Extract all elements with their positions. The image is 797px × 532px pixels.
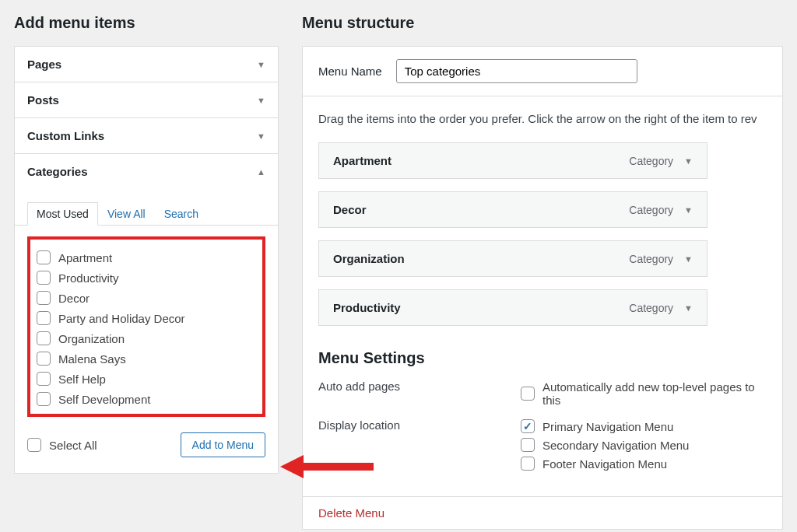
menu-item-decor[interactable]: Decor Category ▼ bbox=[318, 191, 707, 228]
menu-instructions: Drag the items into the order you prefer… bbox=[318, 112, 767, 125]
panel-categories-body: Most Used View All Search Apartment Prod… bbox=[15, 189, 278, 473]
panel-custom-links[interactable]: Custom Links ▼ bbox=[15, 118, 278, 153]
select-all-label: Select All bbox=[49, 439, 97, 452]
display-location-label: Display location bbox=[318, 417, 521, 432]
add-to-menu-button[interactable]: Add to Menu bbox=[181, 432, 265, 457]
menu-item-productivity[interactable]: Productivity Category ▼ bbox=[318, 289, 707, 326]
add-items-accordion: Pages ▼ Posts ▼ Custom Links ▼ Categorie… bbox=[14, 46, 279, 474]
menu-item-type: Category bbox=[629, 155, 673, 167]
menu-item-label: Organization bbox=[333, 252, 405, 265]
chevron-down-icon[interactable]: ▼ bbox=[684, 205, 693, 215]
tab-search[interactable]: Search bbox=[155, 202, 208, 226]
tab-most-used[interactable]: Most Used bbox=[27, 202, 98, 226]
panel-pages[interactable]: Pages ▼ bbox=[15, 47, 278, 82]
checkbox-apartment[interactable] bbox=[37, 250, 51, 264]
checkbox-secondary-nav[interactable] bbox=[521, 438, 535, 452]
panel-posts[interactable]: Posts ▼ bbox=[15, 82, 278, 117]
menu-item-label: Apartment bbox=[333, 154, 391, 167]
cat-label: Apartment bbox=[58, 251, 112, 264]
menu-settings-heading: Menu Settings bbox=[318, 349, 767, 367]
menu-item-type: Category bbox=[629, 302, 673, 314]
display-option-label: Primary Navigation Menu bbox=[542, 420, 673, 433]
checkbox-malena-says[interactable] bbox=[37, 352, 51, 366]
checkbox-party-holiday[interactable] bbox=[37, 311, 51, 325]
chevron-down-icon: ▼ bbox=[257, 131, 265, 141]
checkbox-select-all[interactable] bbox=[27, 438, 41, 452]
panel-categories-title: Categories bbox=[27, 165, 88, 178]
cat-label: Party and Holiday Decor bbox=[58, 312, 185, 325]
panel-pages-title: Pages bbox=[27, 58, 61, 71]
cat-label: Decor bbox=[58, 292, 90, 305]
chevron-down-icon[interactable]: ▼ bbox=[684, 156, 693, 166]
display-option-label: Footer Navigation Menu bbox=[542, 457, 667, 471]
menu-item-apartment[interactable]: Apartment Category ▼ bbox=[318, 142, 707, 179]
menu-item-type: Category bbox=[629, 204, 673, 216]
cat-label: Productivity bbox=[58, 271, 119, 285]
cat-label: Organization bbox=[58, 332, 125, 345]
menu-item-label: Decor bbox=[333, 203, 367, 216]
menu-name-label: Menu Name bbox=[318, 65, 382, 78]
menu-item-organization[interactable]: Organization Category ▼ bbox=[318, 240, 707, 277]
categories-highlight-box: Apartment Productivity Decor Party and H… bbox=[27, 236, 265, 417]
auto-add-label: Auto add pages bbox=[318, 378, 521, 393]
cat-label: Self Development bbox=[58, 393, 150, 406]
cat-label: Self Help bbox=[58, 373, 106, 386]
menu-name-input[interactable] bbox=[396, 59, 637, 83]
menu-structure-panel: Menu Name Drag the items into the order … bbox=[302, 46, 783, 530]
checkbox-productivity[interactable] bbox=[37, 271, 51, 285]
checkbox-organization[interactable] bbox=[37, 331, 51, 345]
add-items-heading: Add menu items bbox=[14, 14, 279, 32]
checkbox-auto-add[interactable] bbox=[521, 387, 535, 401]
tab-view-all[interactable]: View All bbox=[98, 202, 155, 226]
menu-item-type: Category bbox=[629, 253, 673, 265]
chevron-down-icon[interactable]: ▼ bbox=[684, 303, 693, 313]
auto-add-option-label: Automatically add new top-level pages to… bbox=[542, 380, 767, 407]
checkbox-decor[interactable] bbox=[37, 291, 51, 305]
panel-categories[interactable]: Categories ▲ bbox=[15, 154, 278, 189]
panel-posts-title: Posts bbox=[27, 93, 59, 107]
panel-custom-links-title: Custom Links bbox=[27, 129, 104, 142]
checkbox-primary-nav[interactable] bbox=[521, 419, 535, 433]
cat-label: Malena Says bbox=[58, 352, 126, 366]
checkbox-self-help[interactable] bbox=[37, 372, 51, 386]
chevron-down-icon: ▼ bbox=[257, 96, 265, 105]
chevron-up-icon: ▲ bbox=[257, 167, 265, 177]
checkbox-footer-nav[interactable] bbox=[521, 457, 535, 471]
checkbox-self-development[interactable] bbox=[37, 392, 51, 406]
chevron-down-icon[interactable]: ▼ bbox=[684, 254, 693, 264]
display-option-label: Secondary Navigation Menu bbox=[542, 439, 689, 452]
chevron-down-icon: ▼ bbox=[257, 60, 265, 69]
menu-item-label: Productivity bbox=[333, 301, 401, 314]
delete-menu-link[interactable]: Delete Menu bbox=[303, 497, 400, 529]
menu-structure-heading: Menu structure bbox=[302, 14, 783, 32]
